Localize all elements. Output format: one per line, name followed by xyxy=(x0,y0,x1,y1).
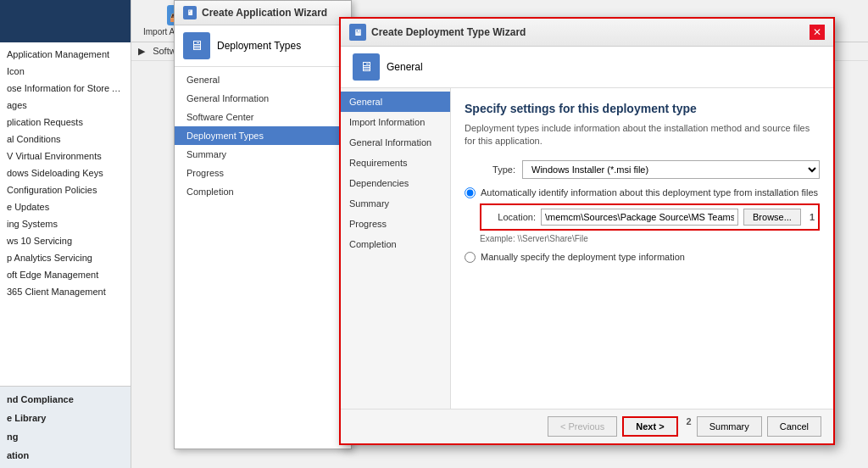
sidebar-admin[interactable]: ation xyxy=(0,446,131,465)
section-title: Specify settings for this deployment typ… xyxy=(465,102,820,115)
app-wizard-nav-deployment-types[interactable]: Deployment Types xyxy=(175,126,351,145)
dt-nav-progress[interactable]: Progress xyxy=(341,214,450,234)
sidebar-item-sideloading[interactable]: dows Sideloading Keys xyxy=(0,164,131,181)
sidebar-item-store-apps[interactable]: ose Information for Store Apps xyxy=(0,80,131,97)
section-desc: Deployment types include information abo… xyxy=(465,122,820,148)
app-wizard-nav: General General Information Software Cen… xyxy=(175,67,351,204)
sidebar-ing[interactable]: ng xyxy=(0,427,131,446)
sidebar-item-analytics[interactable]: p Analytics Servicing xyxy=(0,249,131,266)
dt-wizard-title-text: Create Deployment Type Wizard xyxy=(371,26,526,38)
app-wizard-window: 🖥 Create Application Wizard 🖥 Deployment… xyxy=(174,0,352,449)
dt-wizard-title-left: 🖥 Create Deployment Type Wizard xyxy=(349,24,526,41)
app-wizard-nav-completion[interactable]: Completion xyxy=(175,182,351,201)
radio-auto-label: Automatically identify information about… xyxy=(481,187,818,198)
radio-manual-item: Manually specify the deployment type inf… xyxy=(465,252,820,263)
app-wizard-nav-software-center[interactable]: Software Center xyxy=(175,108,351,126)
label-1: 1 xyxy=(810,212,815,222)
sidebar-nav: Application Management Icon ose Informat… xyxy=(0,42,131,304)
app-wizard-header: 🖥 Deployment Types xyxy=(175,25,351,67)
dt-wizard-body: General Import Information General Infor… xyxy=(341,88,833,409)
summary-button[interactable]: Summary xyxy=(697,416,762,437)
location-row: Location: Browse... 1 xyxy=(480,203,820,231)
sidebar-item-m365[interactable]: 365 Client Management xyxy=(0,283,131,300)
cancel-button[interactable]: Cancel xyxy=(767,416,821,437)
dt-nav-general-info[interactable]: General Information xyxy=(341,132,450,153)
dt-wizard-titlebar: 🖥 Create Deployment Type Wizard ✕ xyxy=(341,19,833,47)
app-wizard-nav-general[interactable]: General xyxy=(175,70,351,89)
app-wizard-icon: 🖥 xyxy=(183,6,197,20)
app-wizard-header-label: Deployment Types xyxy=(217,40,301,52)
dt-wizard-footer: < Previous Next > 2 Summary Cancel xyxy=(341,409,833,443)
dt-wizard-window: 🖥 Create Deployment Type Wizard ✕ 🖥 Gene… xyxy=(339,17,835,445)
type-select[interactable]: Windows Installer (*.msi file) xyxy=(522,160,820,179)
radio-manual-label: Manually specify the deployment type inf… xyxy=(481,252,685,262)
radio-auto[interactable] xyxy=(465,187,476,198)
app-wizard-nav-summary[interactable]: Summary xyxy=(175,145,351,164)
sidebar-bottom: nd Compliance e Library ng ation xyxy=(0,386,131,468)
dt-wizard-close-button[interactable]: ✕ xyxy=(810,25,825,40)
sidebar-library[interactable]: e Library xyxy=(0,409,131,427)
location-input[interactable] xyxy=(541,209,738,226)
app-wizard-nav-progress[interactable]: Progress xyxy=(175,164,351,182)
app-wizard-title-text: Create Application Wizard xyxy=(202,7,327,19)
type-row: Type: Windows Installer (*.msi file) xyxy=(465,160,820,179)
sidebar: Application Management Icon ose Informat… xyxy=(0,0,131,468)
dt-nav-summary[interactable]: Summary xyxy=(341,193,450,214)
back-button[interactable]: < Previous xyxy=(548,416,617,437)
app-wizard-nav-general-info[interactable]: General Information xyxy=(175,89,351,108)
dt-nav-completion[interactable]: Completion xyxy=(341,234,450,254)
dt-wizard-header: 🖥 General xyxy=(341,47,833,88)
dt-nav-dependencies[interactable]: Dependencies xyxy=(341,173,450,193)
radio-group: Automatically identify information about… xyxy=(465,187,820,263)
dt-nav-import-info[interactable]: Import Information xyxy=(341,112,450,132)
dt-wizard-content: Specify settings for this deployment typ… xyxy=(451,88,833,409)
label-2: 2 xyxy=(687,416,692,437)
example-text: Example: \\Server\Share\File xyxy=(480,234,820,243)
sidebar-item-virtual[interactable]: V Virtual Environments xyxy=(0,148,131,164)
sidebar-item-config-policies[interactable]: Configuration Policies xyxy=(0,181,131,198)
dt-nav-requirements[interactable]: Requirements xyxy=(341,153,450,173)
sidebar-item-win10-servicing[interactable]: ws 10 Servicing xyxy=(0,232,131,249)
dt-wizard-title-icon: 🖥 xyxy=(349,24,366,41)
next-button[interactable]: Next > xyxy=(622,416,677,437)
location-label: Location: xyxy=(485,212,536,222)
radio-auto-item: Automatically identify information about… xyxy=(465,187,820,198)
type-label: Type: xyxy=(465,164,515,175)
dt-wizard-nav: General Import Information General Infor… xyxy=(341,88,451,409)
sidebar-top xyxy=(0,0,131,42)
sidebar-item-app-mgmt[interactable]: Application Management xyxy=(0,46,131,63)
browse-button[interactable]: Browse... xyxy=(743,209,801,226)
app-wizard-header-icon: 🖥 xyxy=(183,32,210,59)
radio-manual[interactable] xyxy=(465,252,476,263)
dt-wizard-header-icon: 🖥 xyxy=(353,53,380,81)
dt-wizard-header-label: General xyxy=(387,61,423,73)
sidebar-item-updates[interactable]: e Updates xyxy=(0,198,131,215)
sidebar-item-app-requests[interactable]: plication Requests xyxy=(0,114,131,131)
sidebar-item-ages[interactable]: ages xyxy=(0,97,131,114)
app-wizard-titlebar: 🖥 Create Application Wizard xyxy=(175,1,351,25)
sidebar-item-ing-systems[interactable]: ing Systems xyxy=(0,215,131,232)
sidebar-item-conditions[interactable]: al Conditions xyxy=(0,131,131,148)
dt-nav-general[interactable]: General xyxy=(341,92,450,112)
sidebar-item-icon[interactable]: Icon xyxy=(0,63,131,80)
sidebar-compliance[interactable]: nd Compliance xyxy=(0,390,131,409)
sidebar-item-edge[interactable]: oft Edge Management xyxy=(0,266,131,283)
